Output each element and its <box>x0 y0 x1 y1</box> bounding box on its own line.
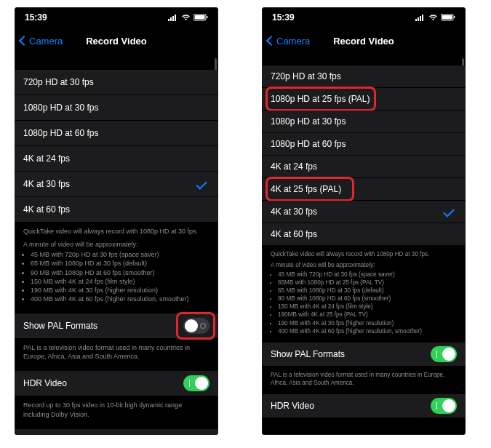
svg-rect-5 <box>195 15 205 20</box>
hdr-video-row[interactable]: HDR Video <box>262 394 466 418</box>
hdr-toggle[interactable] <box>183 375 209 391</box>
pal-toggle[interactable] <box>183 318 209 334</box>
video-option[interactable]: 4K at 60 fps <box>262 223 466 246</box>
back-button[interactable]: Camera <box>268 36 310 47</box>
video-option[interactable]: 4K at 24 fps <box>15 146 218 172</box>
battery-icon <box>441 14 455 21</box>
signal-icon <box>415 15 426 21</box>
video-option[interactable]: 1080p HD at 30 fps <box>15 95 218 121</box>
video-option[interactable]: 4K at 24 fps <box>262 156 466 178</box>
back-label: Camera <box>276 36 310 47</box>
svg-rect-10 <box>422 15 423 21</box>
wifi-icon <box>181 15 191 21</box>
chevron-left-icon <box>266 36 276 46</box>
video-option-selected[interactable]: 4K at 30 fps <box>15 172 218 197</box>
hdr-note: Record up to 30 fps video in 10-bit high… <box>15 396 218 423</box>
signal-icon <box>168 15 178 21</box>
nav-bar: Camera Record Video <box>15 28 218 54</box>
video-option-selected[interactable]: 4K at 30 fps <box>262 201 466 223</box>
hdr-label: HDR Video <box>271 401 431 411</box>
show-pal-formats-row[interactable]: Show PAL Formats <box>262 343 466 367</box>
settings-content: 720p HD at 30 fps 1080p HD at 30 fps 108… <box>15 54 218 435</box>
back-label: Camera <box>29 36 63 47</box>
svg-rect-1 <box>170 17 172 21</box>
footer-note: QuickTake video will always record with … <box>262 246 466 340</box>
status-time: 15:39 <box>272 12 295 23</box>
video-option[interactable]: 1080p HD at 60 fps <box>15 121 218 146</box>
wifi-icon <box>428 15 438 21</box>
status-bar: 15:39 <box>262 7 466 28</box>
hdr-label: HDR Video <box>23 378 183 388</box>
back-button[interactable]: Camera <box>20 36 63 47</box>
status-indicators <box>168 14 208 21</box>
status-bar: 15:39 <box>15 7 218 28</box>
video-option[interactable]: 720p HD at 30 fps <box>15 70 218 95</box>
svg-rect-3 <box>175 15 176 21</box>
svg-rect-13 <box>454 16 455 18</box>
video-option[interactable]: 4K at 60 fps <box>15 197 218 223</box>
hdr-toggle[interactable] <box>431 398 457 414</box>
status-time: 15:39 <box>25 12 47 23</box>
hdr-video-row[interactable]: HDR Video <box>15 371 218 396</box>
auto-fps-row[interactable]: Auto FPS Auto 30 fps <box>15 429 218 435</box>
svg-rect-0 <box>168 19 169 21</box>
svg-rect-12 <box>442 15 452 20</box>
phone-right: 15:39 Camera Record Video 720p HD at 30 … <box>262 7 466 435</box>
phone-left: 15:39 Camera Record Video 720p HD at 30 … <box>15 7 218 435</box>
pal-label: Show PAL Formats <box>23 321 183 331</box>
svg-rect-9 <box>420 16 421 21</box>
video-option-pal[interactable]: 1080p HD at 25 fps (PAL) <box>262 88 466 111</box>
pal-toggle[interactable] <box>431 346 457 362</box>
checkmark-icon <box>443 206 455 217</box>
svg-rect-6 <box>207 16 208 18</box>
pal-label: Show PAL Formats <box>271 349 431 359</box>
svg-rect-8 <box>418 17 419 21</box>
show-pal-formats-row[interactable]: Show PAL Formats <box>15 313 218 339</box>
status-indicators <box>415 14 455 21</box>
video-option[interactable]: 1080p HD at 30 fps <box>262 111 466 133</box>
footer-note: QuickTake video will always record with … <box>15 223 218 308</box>
chevron-left-icon <box>19 36 29 46</box>
pal-note: PAL is a television video format used in… <box>262 367 466 391</box>
video-option-pal[interactable]: 4K at 25 fps (PAL) <box>262 178 466 201</box>
battery-icon <box>193 14 208 21</box>
checkmark-icon <box>196 178 207 190</box>
video-option[interactable]: 1080p HD at 60 fps <box>262 133 466 156</box>
nav-bar: Camera Record Video <box>262 28 466 54</box>
pal-note: PAL is a television video format used in… <box>15 339 218 365</box>
svg-rect-7 <box>415 19 417 21</box>
settings-content: 720p HD at 30 fps 1080p HD at 25 fps (PA… <box>262 54 466 435</box>
svg-rect-2 <box>172 16 174 21</box>
video-option[interactable]: 720p HD at 30 fps <box>262 65 466 88</box>
